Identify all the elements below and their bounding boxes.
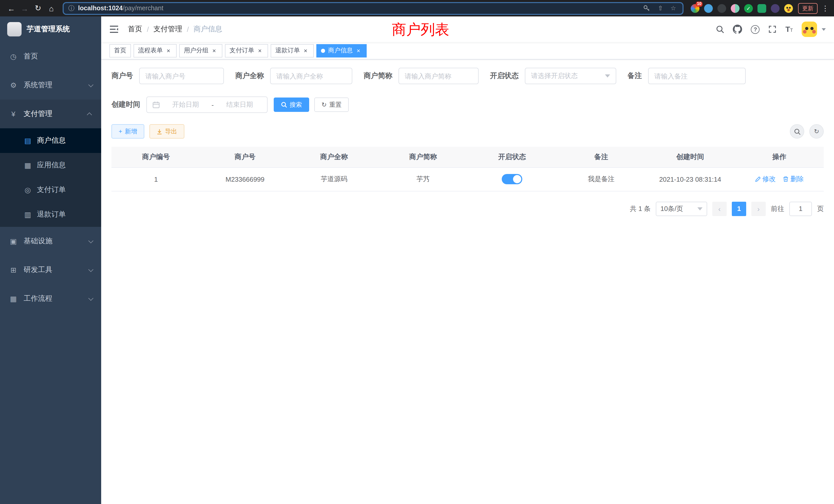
tags-view-bar: 首页 流程表单 × 用户分组 × 支付订单 × 退款订单 ×: [101, 42, 834, 60]
github-icon[interactable]: [733, 25, 742, 34]
avatar-caret-icon[interactable]: [822, 28, 826, 30]
browser-menu-icon[interactable]: ⋮: [822, 4, 829, 12]
sidebar-subitem-label: 支付订单: [37, 185, 66, 194]
sidebar-subitem-refund-order[interactable]: ▥ 退款订单: [0, 202, 101, 227]
search-button[interactable]: 搜索: [274, 97, 309, 112]
chevron-down-icon: [697, 207, 703, 210]
sidebar-item-system[interactable]: ⚙ 系统管理: [0, 71, 101, 99]
close-icon[interactable]: ×: [355, 47, 362, 54]
date-range-picker[interactable]: 开始日期 - 结束日期: [146, 96, 267, 113]
breadcrumb-home[interactable]: 首页: [128, 25, 142, 34]
sidebar-item-infrastructure[interactable]: ▣ 基础设施: [0, 227, 101, 256]
close-icon[interactable]: ×: [211, 47, 218, 54]
remark-input[interactable]: [648, 68, 746, 84]
merchant-no-input[interactable]: [139, 68, 224, 84]
browser-back-icon[interactable]: ←: [5, 2, 18, 14]
filter-row-2: 创建时间 开始日期 - 结束日期 搜索 ↻ 重置: [111, 96, 824, 113]
user-avatar[interactable]: [802, 22, 817, 37]
sidebar-item-label: 系统管理: [24, 81, 52, 90]
chevron-down-icon: [88, 82, 93, 87]
filter-short-name: 商户简称: [364, 68, 479, 84]
close-icon[interactable]: ×: [165, 47, 172, 54]
edit-link[interactable]: 修改: [755, 175, 776, 184]
sidebar-item-home[interactable]: ◷ 首页: [0, 42, 101, 71]
sidebar-subitem-label: 应用信息: [37, 161, 66, 170]
goto-page-input[interactable]: [789, 202, 812, 216]
sidebar-item-dev-tools[interactable]: ⊞ 研发工具: [0, 256, 101, 284]
tab-process-form[interactable]: 流程表单 ×: [133, 44, 177, 57]
font-size-icon[interactable]: TT: [786, 25, 793, 34]
add-button[interactable]: + 新增: [111, 124, 144, 139]
browser-reload-icon[interactable]: ↻: [32, 2, 44, 14]
extension-icon-sheet[interactable]: [758, 4, 766, 13]
col-actions: 操作: [734, 147, 824, 167]
fullscreen-icon[interactable]: [769, 25, 777, 33]
filter-label: 商户简称: [364, 71, 392, 81]
goto-unit: 页: [817, 204, 824, 213]
cell-full-name: 芋道源码: [290, 167, 379, 191]
logo-link[interactable]: 芋道管理系统: [0, 17, 101, 42]
tab-label: 首页: [114, 46, 126, 55]
sidebar-item-payment[interactable]: ¥ 支付管理: [0, 99, 101, 128]
reset-button[interactable]: ↻ 重置: [314, 97, 349, 112]
site-info-icon[interactable]: ⓘ: [68, 4, 74, 13]
extension-icon-drop[interactable]: [704, 4, 713, 13]
url-path: /pay/merchant: [123, 5, 163, 12]
sidebar-item-label: 首页: [24, 52, 38, 61]
bookmark-star-icon[interactable]: ☆: [668, 5, 678, 12]
close-icon[interactable]: ×: [256, 47, 263, 54]
full-name-input[interactable]: [270, 68, 352, 84]
logo-avatar: [7, 22, 22, 37]
filter-label: 备注: [628, 71, 642, 81]
extension-icon-dark[interactable]: [718, 4, 726, 13]
date-start-placeholder: 开始日期: [164, 100, 207, 109]
sidebar-subitem-pay-order[interactable]: ◎ 支付订单: [0, 178, 101, 202]
short-name-input[interactable]: [398, 68, 479, 84]
share-icon[interactable]: ⇧: [656, 5, 665, 12]
status-toggle[interactable]: [502, 174, 522, 184]
sidebar-item-workflow[interactable]: ▦ 工作流程: [0, 284, 101, 313]
browser-profile-avatar[interactable]: [784, 4, 793, 13]
hamburger-icon[interactable]: [109, 25, 118, 33]
tab-user-group[interactable]: 用户分组 ×: [179, 44, 222, 57]
download-icon: [157, 129, 162, 134]
toggle-search-button[interactable]: [790, 124, 804, 139]
help-icon[interactable]: ?: [751, 25, 760, 33]
export-button[interactable]: 导出: [150, 124, 184, 139]
prev-page-button[interactable]: ‹: [712, 202, 727, 216]
tab-pay-order[interactable]: 支付订单 ×: [225, 44, 268, 57]
extension-icon-check[interactable]: ✓: [744, 4, 753, 13]
password-key-icon[interactable]: [643, 5, 652, 12]
sidebar-subitem-merchant-info[interactable]: ▤ 商户信息: [0, 128, 101, 153]
app-title: 芋道管理系统: [27, 25, 70, 34]
filter-status: 开启状态 请选择开启状态: [490, 68, 616, 84]
address-bar[interactable]: ⓘ localhost:1024/pay/merchant ⇧ ☆: [63, 2, 683, 15]
sidebar-item-label: 研发工具: [24, 265, 52, 275]
status-select[interactable]: 请选择开启状态: [525, 68, 616, 84]
extension-icon-colorful[interactable]: 10: [691, 4, 699, 13]
browser-forward-icon[interactable]: →: [19, 2, 31, 14]
extension-icon-pinwheel[interactable]: [771, 4, 780, 13]
next-page-button[interactable]: ›: [751, 202, 766, 216]
sidebar-subitem-label: 退款订单: [37, 210, 66, 219]
close-icon[interactable]: ×: [302, 47, 309, 54]
refresh-table-button[interactable]: ↻: [809, 124, 824, 139]
screen: ← → ↻ ⌂ ⓘ localhost:1024/pay/merchant ⇧ …: [0, 0, 834, 504]
tab-refund-order[interactable]: 退款订单 ×: [271, 44, 314, 57]
tab-home[interactable]: 首页: [109, 44, 131, 57]
order-icon: ◎: [24, 186, 32, 194]
sidebar-subitem-app-info[interactable]: ▦ 应用信息: [0, 153, 101, 178]
header-search-icon[interactable]: [716, 25, 724, 33]
sidebar-item-label: 基础设施: [24, 236, 52, 246]
filter-row-1: 商户号 商户全称 商户简称 开启状态 请选择开启状态: [111, 68, 824, 84]
breadcrumb-payment[interactable]: 支付管理: [154, 25, 182, 34]
page-size-select[interactable]: 10条/页: [656, 202, 707, 216]
sidebar-item-label: 支付管理: [24, 109, 52, 118]
delete-link[interactable]: 删除: [783, 175, 804, 184]
extension-icon-duo[interactable]: [731, 4, 740, 13]
browser-update-button[interactable]: 更新: [798, 3, 817, 14]
calendar-icon: [153, 101, 160, 108]
page-1-button[interactable]: 1: [732, 202, 746, 216]
browser-home-icon[interactable]: ⌂: [45, 2, 58, 14]
tab-merchant-info[interactable]: 商户信息 ×: [316, 44, 367, 57]
